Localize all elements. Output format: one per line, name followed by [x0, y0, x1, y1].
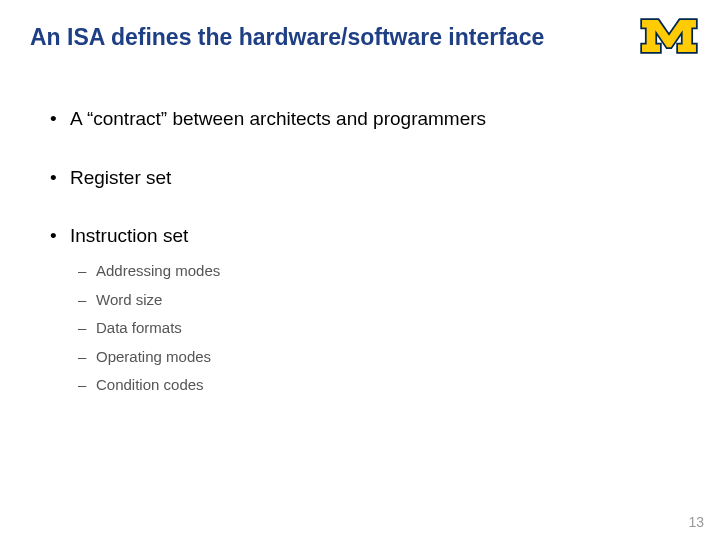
michigan-logo-icon — [640, 18, 698, 54]
bullet-text: Register set — [70, 167, 171, 188]
sub-bullet-item: Addressing modes — [96, 261, 690, 281]
bullet-item: Register set — [70, 166, 690, 191]
sub-bullet-item: Word size — [96, 290, 690, 310]
bullet-list: A “contract” between architects and prog… — [70, 107, 690, 395]
slide: An ISA defines the hardware/software int… — [0, 0, 720, 540]
sub-bullet-list: Addressing modes Word size Data formats … — [70, 261, 690, 395]
bullet-item: Instruction set Addressing modes Word si… — [70, 224, 690, 394]
bullet-item: A “contract” between architects and prog… — [70, 107, 690, 132]
sub-bullet-item: Data formats — [96, 318, 690, 338]
sub-bullet-item: Operating modes — [96, 347, 690, 367]
page-number: 13 — [688, 514, 704, 530]
bullet-text: Instruction set — [70, 225, 188, 246]
bullet-text: A “contract” between architects and prog… — [70, 108, 486, 129]
slide-title: An ISA defines the hardware/software int… — [30, 24, 690, 51]
sub-bullet-item: Condition codes — [96, 375, 690, 395]
